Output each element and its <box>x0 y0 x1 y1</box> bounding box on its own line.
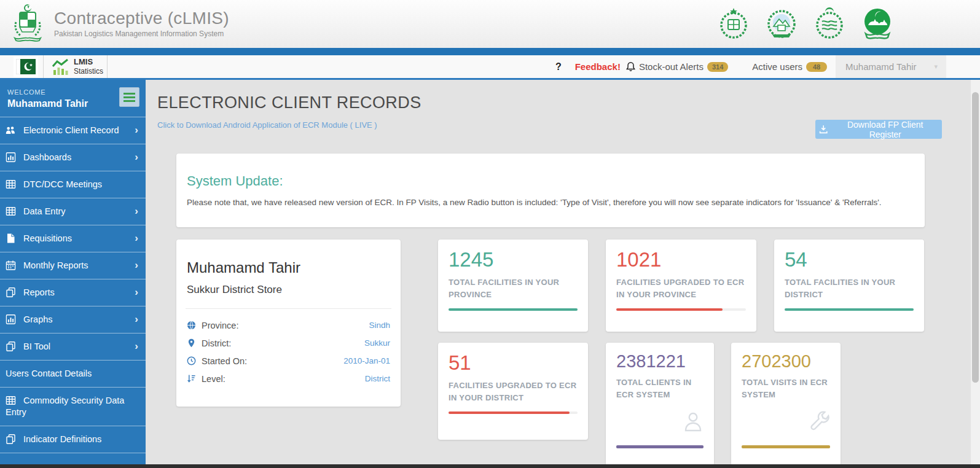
lmis-statistics-label: LMISStatistics <box>74 57 103 76</box>
chevron-right-icon: › <box>135 205 138 217</box>
chevron-right-icon: › <box>135 286 138 298</box>
sidebar-item-bi-tool[interactable]: BI Tool› <box>0 333 146 361</box>
sidebar-item-monthly-reports[interactable]: Monthly Reports› <box>0 252 146 279</box>
stat-card-upgraded-facilities-province: 1021 FACILITIES UPGRADED TO ECR IN YOUR … <box>606 240 756 332</box>
sidebar-item-dtc-dcc-meetings[interactable]: DTC/DCC Meetings <box>0 171 146 198</box>
stat-card-total-facilities-province: 1245 TOTAL FACILITIES IN YOUR PROVINCE <box>438 240 588 332</box>
stockout-alerts-badge[interactable]: 314 <box>707 62 728 72</box>
bar-chart-icon <box>6 152 16 162</box>
user-menu[interactable]: Muhamamd Tahir ▾ <box>836 55 946 78</box>
app-header: Contraceptive (cLMIS) Pakistan Logistics… <box>0 0 980 48</box>
stat-value: 1245 <box>449 248 588 271</box>
calendar-icon <box>6 260 16 270</box>
chevron-right-icon: › <box>135 313 138 325</box>
nav-separator <box>43 55 44 78</box>
profile-store: Sukkur District Store <box>187 284 401 296</box>
table-icon <box>6 396 16 405</box>
copy-icon <box>6 287 16 297</box>
bell-icon[interactable] <box>625 61 636 72</box>
sidebar-item-graphs[interactable]: Graphs› <box>0 306 146 333</box>
stat-card-upgraded-facilities-district: 51 FACILITIES UPGRADED TO ECR IN YOUR DI… <box>438 343 588 440</box>
sidebar-item-electronic-client-record[interactable]: Electronic Client Record› <box>0 117 146 144</box>
android-app-download-link[interactable]: Click to Download Android Application of… <box>157 120 377 130</box>
progress-bar <box>449 411 578 414</box>
divider <box>186 308 391 309</box>
sidebar-item-users-contact-details[interactable]: Users Contact Details <box>0 361 146 388</box>
sidebar-item-label: Indicator Definitions <box>23 434 101 444</box>
profile-level-value: District <box>365 374 390 383</box>
sidebar-item-dashboards[interactable]: Dashboards› <box>0 144 146 171</box>
sidebar-item-label: Graphs <box>23 314 53 324</box>
stat-card-total-facilities-district: 54 TOTAL FACILITIES IN YOUR DISTRICT <box>774 240 924 332</box>
sindh-emblem <box>717 7 750 41</box>
punjab-emblem <box>813 7 846 41</box>
progress-bar <box>616 445 704 448</box>
provincial-emblems <box>717 7 894 41</box>
sidebar-item-reports[interactable]: Reports› <box>0 279 146 306</box>
sidebar-item-label: Dashboards <box>23 152 71 162</box>
table-icon <box>6 206 16 216</box>
sidebar-item-label: Data Entry <box>23 206 66 216</box>
profile-row-level: Level: District <box>187 370 390 388</box>
sidebar-item-requisitions[interactable]: Requisitions› <box>0 225 146 252</box>
sidebar: WELCOME Muhamamd Tahir Electronic Client… <box>0 80 146 468</box>
stat-label: FACILITIES UPGRADED TO ECR IN YOUR DISTR… <box>449 380 578 404</box>
page-scrollbar[interactable] <box>971 80 980 464</box>
stat-label: TOTAL FACILITIES IN YOUR DISTRICT <box>785 276 914 301</box>
chevron-right-icon: › <box>135 124 138 136</box>
feedback-link[interactable]: Feedback! <box>575 61 621 72</box>
profile-row-district: District: Sukkur <box>187 334 390 352</box>
stat-value: 51 <box>449 351 588 375</box>
sidebar-item-label: Commodity Security Data Entry <box>6 396 124 417</box>
sidebar-menu: Electronic Client Record›Dashboards›DTC/… <box>0 117 146 453</box>
progress-bar <box>449 308 578 311</box>
stat-card-total-clients: 2381221 TOTAL CLIENTS IN ECR SYSTEM <box>606 343 714 466</box>
users-icon <box>6 125 16 135</box>
sidebar-item-indicator-definitions[interactable]: Indicator Definitions <box>0 426 146 453</box>
stat-value: 2381221 <box>616 351 714 372</box>
brand: Contraceptive (cLMIS) Pakistan Logistics… <box>11 4 229 43</box>
sidebar-item-label: Monthly Reports <box>23 260 88 270</box>
download-fp-client-register-button[interactable]: Download FP Client Register <box>815 120 942 139</box>
profile-district-value: Sukkur <box>364 338 390 348</box>
top-nav: LMISStatistics ? Feedback! Stock-out Ale… <box>0 55 980 80</box>
pakistan-state-emblem <box>11 4 44 43</box>
hamburger-menu-icon[interactable] <box>119 87 139 107</box>
stat-label: TOTAL FACILITIES IN YOUR PROVINCE <box>449 276 578 301</box>
profile-name: Muhamamd Tahir <box>187 259 401 276</box>
profile-row-province: Province: Sindh <box>187 316 390 334</box>
system-update-heading: System Update: <box>187 173 925 189</box>
active-users-link[interactable]: Active users <box>752 61 802 72</box>
scrollbar-thumb[interactable] <box>972 92 979 383</box>
stat-label: TOTAL VISITS IN ECR SYSTEM <box>742 376 830 401</box>
sidebar-item-commodity-security-data-entry[interactable]: Commodity Security Data Entry <box>0 388 146 426</box>
help-button[interactable]: ? <box>555 61 562 72</box>
copy-icon <box>6 434 16 444</box>
home-flag-button[interactable] <box>14 57 38 77</box>
app-title: Contraceptive (cLMIS) <box>54 9 229 28</box>
nav-right: ? Feedback! Stock-out Alerts 314 Active … <box>555 55 946 78</box>
active-users-badge[interactable]: 48 <box>806 62 827 72</box>
brand-text: Contraceptive (cLMIS) Pakistan Logistics… <box>54 9 229 38</box>
stat-value: 2702300 <box>742 351 841 372</box>
progress-bar <box>785 308 914 311</box>
profile-row-started-on: Started On: 2010-Jan-01 <box>187 352 390 370</box>
pakistan-flag-icon <box>16 59 36 74</box>
sidebar-item-label: BI Tool <box>23 341 50 351</box>
sidebar-item-data-entry[interactable]: Data Entry› <box>0 198 146 225</box>
nav-separator <box>107 55 108 78</box>
app-subtitle: Pakistan Logistics Management Informatio… <box>54 29 229 38</box>
sidebar-item-label: DTC/DCC Meetings <box>23 179 102 189</box>
lmis-statistics-button[interactable]: LMISStatistics <box>52 57 103 76</box>
stockout-alerts-link[interactable]: Stock-out Alerts <box>639 61 704 72</box>
copy-icon <box>6 341 16 351</box>
stat-value: 54 <box>785 248 924 271</box>
file-icon <box>6 233 16 243</box>
sidebar-item-label: Users Contact Details <box>6 369 92 378</box>
stat-label: TOTAL CLIENTS IN ECR SYSTEM <box>616 376 704 401</box>
map-pin-icon <box>187 338 196 348</box>
stat-card-total-visits: 2702300 TOTAL VISITS IN ECR SYSTEM <box>731 343 841 466</box>
wrench-icon <box>809 410 831 432</box>
bar-chart-icon <box>6 314 16 324</box>
user-profile-card: Muhamamd Tahir Sukkur District Store Pro… <box>176 240 401 407</box>
